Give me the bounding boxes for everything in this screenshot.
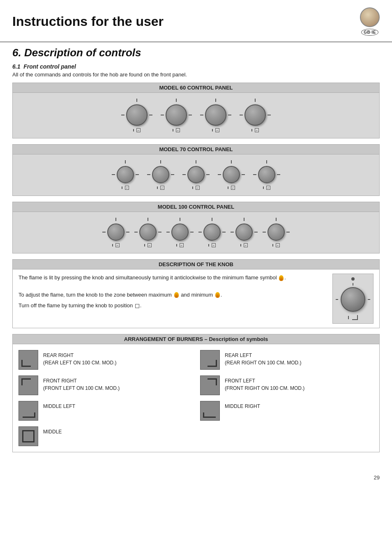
model70-panel-header: MODEL 70 CONTROL PANEL — [13, 145, 379, 154]
knob-symbol: ⌐ — [196, 186, 200, 190]
knob-row — [240, 104, 271, 126]
knob-bottom-tick — [133, 129, 134, 131]
knob-symbol: ⌐ — [176, 128, 180, 132]
knob-circle — [117, 166, 134, 183]
burner-placeholder — [200, 426, 374, 446]
burner-arrangement-body: REAR RIGHT (REAR LEFT ON 100 CM. MOD.) R… — [13, 344, 379, 452]
knob-description-text: The flame is lit by pressing the knob an… — [18, 274, 328, 324]
burner-icon-rear-right — [18, 350, 38, 370]
knob-bottom-tick — [173, 129, 173, 131]
flame-symbol-min2 — [215, 292, 220, 298]
logo-area: GB·IE — [360, 7, 380, 36]
knob-bottom: ⌐ — [251, 128, 259, 132]
knob-row — [134, 223, 161, 241]
knob-circle — [171, 223, 189, 241]
knob-top-tick — [180, 218, 180, 221]
knob-symbol: ⌐ — [125, 186, 129, 190]
knob-top-tick — [115, 218, 116, 221]
knob-side-tick-right — [206, 174, 210, 175]
knob-side-tick-left — [102, 232, 106, 233]
knob-circle — [107, 223, 125, 241]
flame-symbol-max — [174, 292, 179, 298]
page-number: 29 — [0, 470, 392, 485]
knob-unit: ⌐ — [263, 218, 290, 247]
knob-side-tick-right — [267, 115, 271, 115]
knob-bottom-tick — [176, 244, 177, 246]
knob-symbol: ⌐ — [212, 243, 216, 247]
knob-symbol: ⌐ — [244, 243, 248, 247]
knob-side-tick-right — [171, 174, 174, 175]
model70-panel-body: ⌐ ⌐ — [13, 154, 379, 196]
flame-symbol-min — [279, 275, 284, 281]
knob-unit: ⌐ — [200, 99, 231, 132]
knob-row — [231, 223, 258, 241]
knob-side-tick-right — [136, 174, 139, 175]
knob-unit: ⌐ — [147, 160, 174, 190]
knob-unit: ⌐ — [112, 160, 139, 190]
knob-unit: ⌐ — [218, 160, 245, 190]
knob-symbol: ⌐ — [148, 243, 152, 247]
knob-row — [121, 104, 152, 126]
knob-row — [182, 166, 210, 183]
knob-top-tick — [255, 99, 256, 102]
section-title: 6. Description of controls — [12, 46, 380, 59]
knob-side-tick-left — [218, 174, 221, 175]
knob-row — [200, 104, 231, 126]
knob-top-tick — [244, 218, 244, 221]
knob-image — [332, 274, 374, 324]
knob-bottom-tick — [263, 187, 264, 189]
knob-side-tick-right — [254, 232, 258, 233]
knob-row — [198, 223, 226, 241]
knob-bottom: ⌐ — [133, 128, 141, 132]
model60-panel-body: ⌐ ⌐ — [13, 93, 379, 138]
subsection-title: 6.1 Front control panel — [12, 63, 380, 70]
knob-circle — [205, 104, 226, 126]
knob-bottom-tick — [208, 244, 209, 246]
burner-label-front-right: FRONT RIGHT (FRONT LEFT ON 100 CM. MOD.) — [43, 375, 120, 392]
knob-row — [102, 223, 129, 241]
knob-circle — [126, 104, 148, 126]
burner-arrangement-section: ARRANGEMENT OF BURNERS – Description of … — [12, 334, 380, 452]
knob-top-tick — [276, 218, 277, 221]
knob-bottom-tick — [212, 129, 213, 131]
knob-img-top-dot — [351, 277, 355, 281]
page-header: Instructions for the user GB·IE — [0, 0, 392, 42]
knob-side-tick-right — [149, 115, 152, 115]
knob-top-tick — [148, 218, 148, 221]
burner-icon-front-right — [18, 375, 38, 395]
burner-label-middle: MIDDLE — [43, 426, 62, 435]
knob-bottom: ⌐ — [122, 186, 129, 190]
knob-row — [218, 166, 245, 183]
knob-unit: ⌐ — [253, 160, 280, 190]
knob-img-row — [336, 287, 370, 312]
burner-label-rear-left: REAR LEFT (REAR RIGHT ON 100 CM. MOD.) — [225, 350, 301, 366]
model60-panel: MODEL 60 CONTROL PANEL ⌐ — [12, 83, 380, 138]
knob-side-tick-left — [166, 232, 170, 233]
knob-row — [166, 223, 194, 241]
knob-img-circle — [341, 287, 365, 312]
knob-bottom: ⌐ — [173, 128, 180, 132]
knob-bottom-tick — [157, 187, 158, 189]
knob-side-tick-left — [263, 232, 266, 233]
knob-side-tick-left — [253, 174, 256, 175]
knob-description-body: The flame is lit by pressing the knob an… — [13, 269, 379, 328]
model60-panel-header: MODEL 60 CONTROL PANEL — [13, 83, 379, 93]
knob-img-side-tick-r — [368, 299, 370, 300]
knob-top-tick — [212, 218, 212, 221]
knob-para3: Turn off the flame by turning the knob t… — [18, 302, 328, 310]
subsection-text: All of the commands and controls for the… — [12, 71, 380, 78]
knob-circle — [139, 223, 157, 241]
model100-panel-header: MODEL 100 CONTROL PANEL — [13, 202, 379, 212]
knob-symbol: ⌐ — [255, 128, 259, 132]
knob-img-symbol — [352, 315, 358, 320]
knob-symbol: ⌐ — [160, 186, 164, 190]
burner-arrangement-header: ARRANGEMENT OF BURNERS – Description of … — [13, 334, 379, 344]
burner-label-middle-right: MIDDLE RIGHT — [225, 401, 260, 410]
knob-unit: ⌐ — [166, 218, 194, 247]
knob-symbol: ⌐ — [266, 186, 270, 190]
knob-bottom-tick — [240, 244, 241, 246]
burner-item-rear-left: REAR LEFT (REAR RIGHT ON 100 CM. MOD.) — [200, 350, 374, 370]
knob-circle — [203, 223, 221, 241]
knob-side-tick-right — [158, 232, 161, 233]
knob-side-tick-right — [286, 232, 290, 233]
